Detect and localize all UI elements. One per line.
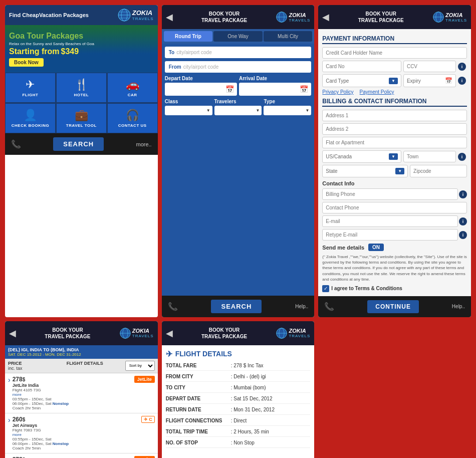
from-city-row: FROM CITY : Delhi - (del) igi xyxy=(166,374,311,382)
email-input[interactable] xyxy=(322,215,458,227)
depart-date-input[interactable]: 📅 xyxy=(165,83,237,96)
car-icon-item[interactable]: 🚗 CAR xyxy=(107,73,158,103)
arrival-calendar-icon[interactable]: 📅 xyxy=(300,85,308,93)
card-type-dropdown-icon: ▼ xyxy=(389,78,398,84)
tab-one-way[interactable]: One Way xyxy=(213,31,263,42)
arrival-date-input[interactable]: 📅 xyxy=(239,83,311,96)
depart-calendar-icon[interactable]: 📅 xyxy=(225,85,234,93)
book-now-button[interactable]: Book Now xyxy=(9,58,44,67)
expiry-select[interactable]: Expiry 📅 xyxy=(403,74,456,87)
tab-multi-city[interactable]: Multi City xyxy=(264,31,313,42)
tab-round-trip[interactable]: Round Trip xyxy=(164,31,213,42)
sort-select[interactable]: Sort by Price Duration xyxy=(125,361,155,371)
toggle-on-button[interactable]: ON xyxy=(368,244,384,251)
country-info-icon[interactable]: i xyxy=(458,153,466,161)
agree-checkbox[interactable]: ✓ xyxy=(322,285,329,292)
panel-payment: ◀ BOOK YOURTRAVEL PACKAGE ZOKIA TRAVELS xyxy=(318,5,471,317)
flight-left-3: › 278$ JetLite India Flight 4105 73G mor… xyxy=(8,456,69,458)
back-arrow-icon[interactable]: ◀ xyxy=(166,12,173,23)
flight-row-3: › 278$ JetLite India Flight 4105 73G mor… xyxy=(8,456,155,458)
class-select[interactable]: ▼ xyxy=(165,106,212,115)
contact-us-icon-item[interactable]: 🎧 CONTACT US xyxy=(107,103,158,133)
address1-input[interactable] xyxy=(322,110,467,121)
car-icon: 🚗 xyxy=(126,78,139,91)
trip-type-tabs: Round Trip One Way Multi City xyxy=(162,29,315,44)
promo-banner: Goa Tour Packages Relax on the Sunny and… xyxy=(5,25,158,73)
brand-tagline-4: TRAVELS xyxy=(132,334,154,338)
town-input[interactable] xyxy=(403,151,456,162)
panel1-title: Find CheapVacation Packages xyxy=(9,12,89,18)
retype-email-input[interactable] xyxy=(322,229,458,241)
travelers-select[interactable]: ▼ xyxy=(214,106,262,115)
globe-icon-4 xyxy=(119,327,131,339)
hotel-label: HOTEL xyxy=(74,93,89,97)
travel-tool-label: TRAVEL TOOL xyxy=(66,123,97,128)
route-title: (DEL) IGI, INDIA TO (BOM), INDIA xyxy=(8,347,155,352)
expiry-calendar-icon: 📅 xyxy=(445,77,452,84)
from-city-value: : Delhi - (del) igi xyxy=(231,374,311,379)
from-field[interactable]: From city/airport code xyxy=(165,61,312,73)
panel2-bottom-bar: 📞 SEARCH Help.. xyxy=(162,296,315,317)
back-arrow-icon-4[interactable]: ◀ xyxy=(9,328,16,339)
help-link-3[interactable]: Help.. xyxy=(452,304,465,309)
more-link-2[interactable]: more xyxy=(13,432,69,437)
expiry-info-icon[interactable]: i xyxy=(458,77,466,85)
navigation-icons: ✈ FLIGHT 🍴 HOTEL 🚗 CAR 👤 CHECK BOOKING 💼… xyxy=(5,73,158,133)
panel3-header: ◀ BOOK YOURTRAVEL PACKAGE ZOKIA TRAVELS xyxy=(318,5,471,29)
expand-icon-3[interactable]: › xyxy=(8,456,11,458)
car-label: CAR xyxy=(128,93,137,97)
address2-input[interactable] xyxy=(322,123,467,135)
expand-icon-1[interactable]: › xyxy=(8,376,11,384)
country-select[interactable]: US/Canada ▼ xyxy=(322,150,401,163)
to-label: To xyxy=(169,50,174,55)
jetairways-logo: ✈ C xyxy=(141,416,155,423)
flight-icon-item[interactable]: ✈ FLIGHT xyxy=(5,73,56,103)
check-booking-icon-item[interactable]: 👤 CHECK BOOKING xyxy=(5,103,56,133)
expand-icon-2[interactable]: › xyxy=(8,416,11,424)
travel-tool-icon-item[interactable]: 💼 TRAVEL TOOL xyxy=(56,103,107,133)
contact-phone-input[interactable] xyxy=(322,202,467,213)
privacy-policy-link[interactable]: Privacy Policy xyxy=(322,89,353,95)
arrival-label: Arrival Date xyxy=(239,76,311,81)
card-type-select[interactable]: Card Type ▼ xyxy=(322,74,401,87)
ccv-info-icon[interactable]: i xyxy=(458,63,466,71)
card-no-input[interactable] xyxy=(322,61,401,72)
continue-button-3[interactable]: CONTINUE xyxy=(367,300,419,313)
hotel-icon-item[interactable]: 🍴 HOTEL xyxy=(56,73,107,103)
billing-phone-info-icon[interactable]: i xyxy=(459,190,467,198)
search-button[interactable]: SEARCH xyxy=(53,137,104,151)
flight-num-2: Flight 7083 73G xyxy=(13,428,69,432)
travelers-container: Travelers ▼ xyxy=(214,99,262,115)
banner-price: Starting from $349 xyxy=(9,47,154,56)
type-select[interactable]: ▼ xyxy=(264,106,311,115)
nonstop-badge-2: Nonstop xyxy=(53,441,69,446)
airline-name-2: Jet Airways xyxy=(13,423,69,428)
terms-text: (" Zokia Travel ,""we,""our,""us") websi… xyxy=(322,254,467,282)
zipcode-input[interactable] xyxy=(410,165,467,177)
globe-icon-5 xyxy=(276,327,288,339)
to-placeholder: city/airport code xyxy=(176,50,212,55)
card-holder-input[interactable] xyxy=(322,47,467,59)
more-link-1[interactable]: more xyxy=(13,392,69,397)
flat-input[interactable] xyxy=(322,137,467,148)
class-label: Class xyxy=(165,99,212,104)
to-field[interactable]: To city/airport code xyxy=(165,47,312,58)
payment-policy-link[interactable]: Payment Policy xyxy=(360,89,394,95)
email-info-icon[interactable]: i xyxy=(459,217,467,225)
back-arrow-icon-5[interactable]: ◀ xyxy=(166,328,173,339)
back-arrow-icon-3[interactable]: ◀ xyxy=(322,12,329,23)
ccv-input[interactable] xyxy=(403,61,456,72)
send-details-label: Send me details xyxy=(322,245,364,251)
more-link[interactable]: more.. xyxy=(136,141,151,147)
type-label: Type xyxy=(264,99,311,104)
search-button-2[interactable]: SEARCH xyxy=(211,300,262,313)
retype-email-info-icon[interactable]: i xyxy=(459,231,467,239)
to-city-label: TO CITY xyxy=(166,385,231,390)
header-title-3: BOOK YOURTRAVEL PACKAGE xyxy=(329,11,432,24)
state-select[interactable]: State ▼ xyxy=(322,165,408,177)
payment-form: PAYMENT INFORMATION i Card Type ▼ Expiry… xyxy=(318,29,471,296)
logo-header-4: ZOKIA TRAVELS xyxy=(119,327,154,339)
billing-phone-input[interactable] xyxy=(322,188,458,200)
depart-date-row: DEPART DATE : Sat 15 Dec, 2012 xyxy=(166,396,311,404)
help-link-2[interactable]: Help.. xyxy=(295,304,308,309)
